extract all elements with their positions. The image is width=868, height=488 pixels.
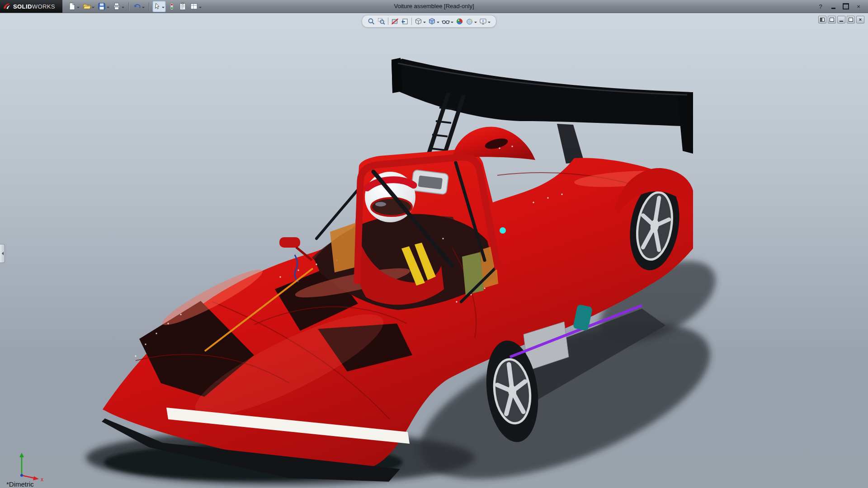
apply-scene-icon: [466, 18, 473, 25]
minimize-icon: [831, 8, 835, 9]
open-folder-icon: [83, 2, 91, 10]
view-orientation-cube-icon: [415, 18, 422, 25]
options-button[interactable]: [189, 1, 203, 12]
maximize-icon: [843, 3, 849, 9]
previous-view-icon: [401, 18, 409, 25]
triad-x-label: x: [41, 476, 43, 482]
doc-minimize-icon: [840, 21, 843, 22]
doc-close-icon: ×: [859, 17, 862, 22]
new-file-button[interactable]: [67, 1, 80, 12]
rebuild-button[interactable]: [167, 1, 176, 12]
reference-triad: x: [8, 450, 49, 482]
collapse-arrow-icon: [0, 252, 4, 255]
appearance-ball-icon: [456, 18, 463, 25]
view-orientation-button[interactable]: [414, 16, 427, 26]
undo-button[interactable]: [132, 1, 146, 12]
feature-manager-collapse-tab[interactable]: [0, 244, 5, 263]
zoom-to-area-icon: [377, 18, 385, 25]
hide-show-items-button[interactable]: [441, 16, 454, 26]
side-mirror: [279, 237, 300, 248]
dropdown-arrow-icon[interactable]: [77, 7, 80, 9]
split-pane-button[interactable]: [828, 16, 836, 23]
dropdown-arrow-icon[interactable]: [474, 22, 477, 24]
apply-scene-button[interactable]: [465, 16, 478, 26]
zoom-to-fit-button[interactable]: [367, 16, 376, 26]
select-button[interactable]: [152, 0, 166, 12]
dropdown-arrow-icon[interactable]: [162, 7, 165, 9]
brand-bold: SOLID: [13, 3, 32, 10]
split-pane-icon: [830, 18, 834, 22]
doc-close-button[interactable]: ×: [856, 16, 864, 23]
titlebar: SOLIDWORKS: [0, 0, 868, 13]
window-controls: ? ×: [816, 2, 868, 11]
doc-restore-icon: [849, 18, 853, 22]
dock-pane-icon: [820, 18, 825, 22]
close-button[interactable]: ×: [854, 2, 863, 11]
minimize-button[interactable]: [828, 2, 838, 11]
rear-wing: [392, 58, 693, 167]
previous-view-button[interactable]: [400, 16, 410, 26]
dropdown-arrow-icon[interactable]: [199, 7, 202, 9]
doc-minimize-button[interactable]: [837, 16, 845, 23]
save-button[interactable]: [97, 1, 110, 12]
dropdown-arrow-icon[interactable]: [423, 22, 426, 24]
help-button[interactable]: ?: [816, 2, 826, 11]
view-settings-button[interactable]: [478, 16, 491, 26]
toolbar-separator: [388, 18, 388, 25]
toolbar-separator: [149, 2, 149, 10]
section-view-button[interactable]: [390, 16, 400, 26]
doc-restore-button[interactable]: [847, 16, 855, 23]
dropdown-arrow-icon[interactable]: [107, 7, 109, 9]
maximize-button[interactable]: [841, 2, 851, 11]
main-toolbar: [67, 0, 203, 12]
ds-logo-icon: [3, 2, 11, 10]
hide-show-glasses-icon: [442, 18, 450, 25]
section-view-icon: [391, 18, 399, 25]
display-style-button[interactable]: [427, 16, 440, 26]
document-window-controls: ×: [818, 16, 864, 23]
dropdown-arrow-icon[interactable]: [92, 7, 94, 9]
options-table-icon: [190, 2, 198, 10]
toolbar-separator: [128, 2, 129, 10]
open-button[interactable]: [82, 1, 95, 12]
dropdown-arrow-icon[interactable]: [122, 7, 124, 9]
dropdown-arrow-icon[interactable]: [488, 22, 491, 24]
file-properties-button[interactable]: [178, 1, 188, 12]
rebuild-traffic-icon: [168, 2, 175, 10]
dropdown-arrow-icon[interactable]: [437, 22, 439, 24]
zoom-to-fit-icon: [368, 18, 375, 25]
view-settings-icon: [479, 18, 487, 25]
toolbar-separator: [411, 18, 412, 25]
save-icon: [98, 2, 106, 10]
print-button[interactable]: [112, 1, 125, 12]
dropdown-arrow-icon[interactable]: [451, 22, 453, 24]
window-title: Voiture assemblee [Read-only]: [394, 0, 474, 13]
heads-up-view-toolbar: [362, 15, 496, 28]
brand-text: SOLIDWORKS: [13, 3, 55, 10]
dropdown-arrow-icon[interactable]: [142, 7, 145, 9]
select-cursor-icon: [154, 3, 161, 10]
graphics-viewport[interactable]: × x *Dimetric: [0, 13, 868, 488]
print-icon: [113, 2, 121, 10]
graphics-area[interactable]: [0, 13, 868, 488]
edit-appearance-button[interactable]: [455, 16, 464, 26]
cyan-fitting: [500, 227, 506, 234]
zoom-to-area-button[interactable]: [377, 16, 386, 26]
undo-icon: [133, 2, 141, 10]
new-file-icon: [68, 2, 76, 10]
display-style-cube-icon: [428, 18, 436, 25]
clipboard-icon: [179, 2, 187, 10]
view-orientation-label: *Dimetric: [6, 480, 34, 488]
dock-pane-button[interactable]: [818, 16, 826, 23]
solidworks-logo: SOLIDWORKS: [0, 0, 62, 13]
brand-light: WORKS: [32, 3, 55, 10]
